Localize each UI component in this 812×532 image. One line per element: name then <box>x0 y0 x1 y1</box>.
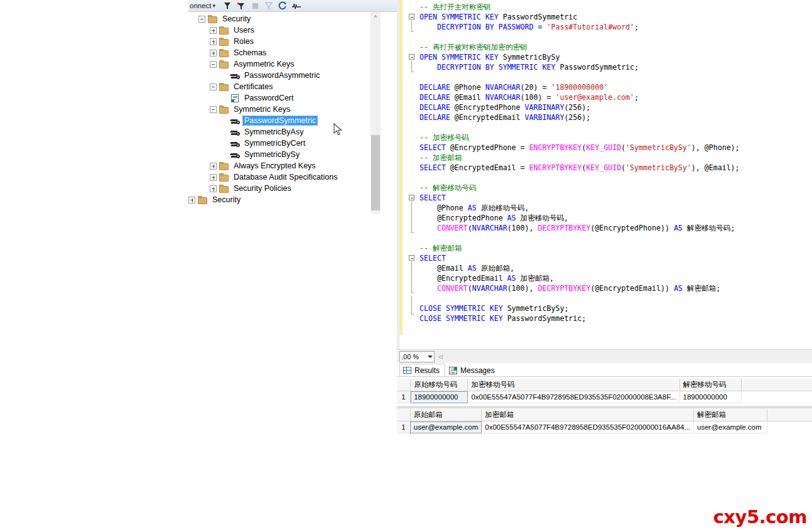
tree-node-schemas[interactable]: Schemas <box>188 47 380 58</box>
expand-plus-icon[interactable] <box>210 27 217 34</box>
tree-node-roles[interactable]: Roles <box>188 36 380 47</box>
cell-encrypted-phone[interactable]: 0x00E55547A5077F4B9728958ED935535F020000… <box>468 391 679 403</box>
code-line[interactable] <box>420 173 740 183</box>
expand-plus-icon[interactable] <box>210 50 217 57</box>
refresh-icon[interactable] <box>276 0 290 12</box>
column-header[interactable]: 解密移动号码 <box>679 379 742 391</box>
code-line[interactable]: DECLARE @EncryptedEmail VARBINARY(256); <box>420 112 740 122</box>
code-line[interactable]: @EncryptedEmail AS 加密邮箱, <box>420 273 740 283</box>
tree-node-asymmetric-keys[interactable]: Asymmetric Keys <box>188 58 380 70</box>
tree-node-passwordcert[interactable]: PasswordCert <box>188 92 380 104</box>
tree-node-security[interactable]: Security <box>188 13 380 24</box>
connect-dropdown-caret[interactable]: ▾ <box>212 3 217 9</box>
tree-node-always-encrypted-keys[interactable]: Always Encrypted Keys <box>188 160 380 171</box>
expand-plus-icon[interactable] <box>210 163 217 170</box>
sql-editor[interactable]: http://www.cnblogs.com -- 先打开主对称密钥OPEN S… <box>397 0 812 349</box>
code-line[interactable]: CLOSE SYMMETRIC KEY SymmetricBySy; <box>420 303 740 313</box>
expand-plus-icon[interactable] <box>210 38 217 45</box>
result-table[interactable]: 原始邮箱 加密邮箱 解密邮箱 1 user@example.com 0x00E5… <box>397 409 812 433</box>
code-line[interactable]: SELECT @EncryptedPhone = ENCRYPTBYKEY(KE… <box>420 143 740 153</box>
column-header[interactable]: 加密移动号码 <box>468 379 679 391</box>
code-fold-toggle[interactable] <box>409 255 414 261</box>
tree-node-certificates[interactable]: Certificates <box>188 81 380 92</box>
tree-node-security[interactable]: Security <box>188 194 380 205</box>
zoom-level-combobox[interactable]: .00 % <box>399 351 435 362</box>
code-line[interactable] <box>420 122 740 133</box>
tree-node-passwordsymmetric[interactable]: PasswordSymmetric <box>188 115 380 126</box>
code-line[interactable]: CONVERT(NVARCHAR(100), DECRYPTBYKEY(@Enc… <box>420 223 740 233</box>
tree-node-symmetricbyasy[interactable]: SymmetricByAsy <box>188 126 380 138</box>
table-row[interactable]: 1 18900000000 0x00E55547A5077F4B9728958E… <box>397 391 812 403</box>
result-table[interactable]: 原始移动号码 加密移动号码 解密移动号码 1 18900000000 0x00E… <box>397 379 812 403</box>
tree-node-users[interactable]: Users <box>188 24 380 36</box>
code-fold-toggle[interactable] <box>409 195 414 200</box>
tree-node-security-policies[interactable]: Security Policies <box>188 183 380 194</box>
code-fold-toggle[interactable] <box>409 14 414 19</box>
tree-node-passwordasymmetric[interactable]: PasswordAsymmetric <box>188 70 380 81</box>
code-line[interactable] <box>420 72 740 82</box>
grid-separator[interactable] <box>397 406 812 408</box>
collapse-minus-icon[interactable] <box>210 61 217 68</box>
code-line[interactable]: SELECT @EncryptedEmail = ENCRYPTBYKEY(KE… <box>420 163 740 173</box>
column-header[interactable]: 原始移动号码 <box>411 379 468 391</box>
tree-node-symmetricbycert[interactable]: SymmetricByCert <box>188 138 380 149</box>
code-line[interactable]: -- 再打开被对称密钥加密的密钥 <box>420 42 740 52</box>
expand-plus-icon[interactable] <box>210 174 217 181</box>
code-line[interactable] <box>420 293 740 303</box>
cell-decrypted-email[interactable]: user@example.com <box>694 421 767 433</box>
column-header[interactable]: 加密邮箱 <box>482 409 694 421</box>
code-line[interactable]: -- 解密邮箱 <box>420 243 740 253</box>
code-line[interactable]: SELECT <box>420 253 740 263</box>
tree-node-symmetric-keys[interactable]: Symmetric Keys <box>188 104 380 115</box>
expand-plus-icon[interactable] <box>188 197 195 204</box>
tab-results[interactable]: Results <box>399 364 445 377</box>
code-line[interactable]: CLOSE SYMMETRIC KEY PasswordSymmetric; <box>420 313 740 323</box>
code-line[interactable] <box>420 32 740 42</box>
cell-original-phone[interactable]: 18900000000 <box>411 391 468 403</box>
tree-vertical-scrollbar[interactable]: ^ <box>371 12 381 214</box>
cell-decrypted-phone[interactable]: 18900000000 <box>679 391 742 403</box>
collapse-minus-icon[interactable] <box>210 84 217 90</box>
code-line[interactable]: CONVERT(NVARCHAR(100), DECRYPTBYKEY(@Enc… <box>420 283 740 293</box>
cell-original-email[interactable]: user@example.com <box>410 421 481 433</box>
code-line[interactable]: @Phone AS 原始移动号码, <box>420 203 740 213</box>
funnel-icon[interactable] <box>262 0 276 12</box>
code-line[interactable]: -- 先打开主对称密钥 <box>420 2 740 12</box>
column-header[interactable]: 原始邮箱 <box>410 409 481 421</box>
chevron-down-icon[interactable] <box>428 356 433 358</box>
filter-remove-icon[interactable] <box>234 0 248 12</box>
code-line[interactable]: DECRYPTION BY SYMMETRIC KEY PasswordSymm… <box>420 62 740 72</box>
result-grid-phone[interactable]: 原始移动号码 加密移动号码 解密移动号码 1 18900000000 0x00E… <box>397 379 812 403</box>
filter-icon[interactable] <box>220 0 234 12</box>
code-line[interactable]: SELECT <box>420 193 740 203</box>
hscroll-left-arrow-icon[interactable]: ◁ <box>438 354 443 360</box>
connect-button-label[interactable]: onnect <box>188 2 212 9</box>
collapse-minus-icon[interactable] <box>210 106 217 113</box>
editor-horizontal-scrollbar[interactable] <box>444 352 811 361</box>
code-line[interactable]: -- 解密移动号码 <box>420 183 740 193</box>
sql-code-text[interactable]: -- 先打开主对称密钥OPEN SYMMETRIC KEY PasswordSy… <box>420 2 740 323</box>
scroll-up-arrow-icon[interactable]: ^ <box>371 12 381 23</box>
code-fold-toggle[interactable] <box>409 54 414 60</box>
code-line[interactable]: DECRYPTION BY PASSWORD = 'Pass#Tutorial#… <box>420 22 740 32</box>
result-grid-email[interactable]: 原始邮箱 加密邮箱 解密邮箱 1 user@example.com 0x00E5… <box>397 409 812 433</box>
code-line[interactable]: @EncryptedPhone AS 加密移动号码, <box>420 213 740 223</box>
column-header[interactable]: 解密邮箱 <box>694 409 767 421</box>
editor-outline-column[interactable] <box>405 0 419 335</box>
code-line[interactable] <box>420 233 740 243</box>
scrollbar-thumb[interactable] <box>371 135 380 210</box>
collapse-minus-icon[interactable] <box>198 16 205 23</box>
code-line[interactable]: -- 加密移号码 <box>420 133 740 143</box>
code-line[interactable]: DECLARE @Phone NVARCHAR(20) = '189000000… <box>420 82 740 92</box>
expand-plus-icon[interactable] <box>210 185 217 192</box>
code-line[interactable]: DECLARE @EncryptedPhone VARBINARY(256); <box>420 102 740 112</box>
tree-node-database-audit-specifications[interactable]: Database Audit Specifications <box>188 171 380 183</box>
tab-messages[interactable]: Messages <box>445 364 501 377</box>
activity-monitor-icon[interactable] <box>290 0 303 12</box>
cell-encrypted-email[interactable]: 0x00E55547A5077F4B9728958ED935535F020000… <box>482 421 694 433</box>
code-line[interactable]: @Email AS 原始邮箱, <box>420 263 740 273</box>
table-row[interactable]: 1 user@example.com 0x00E55547A5077F4B972… <box>397 421 812 433</box>
code-line[interactable]: OPEN SYMMETRIC KEY PasswordSymmetric <box>420 12 740 22</box>
code-line[interactable]: -- 加密邮箱 <box>420 153 740 163</box>
code-line[interactable]: OPEN SYMMETRIC KEY SymmetricBySy <box>420 52 740 62</box>
